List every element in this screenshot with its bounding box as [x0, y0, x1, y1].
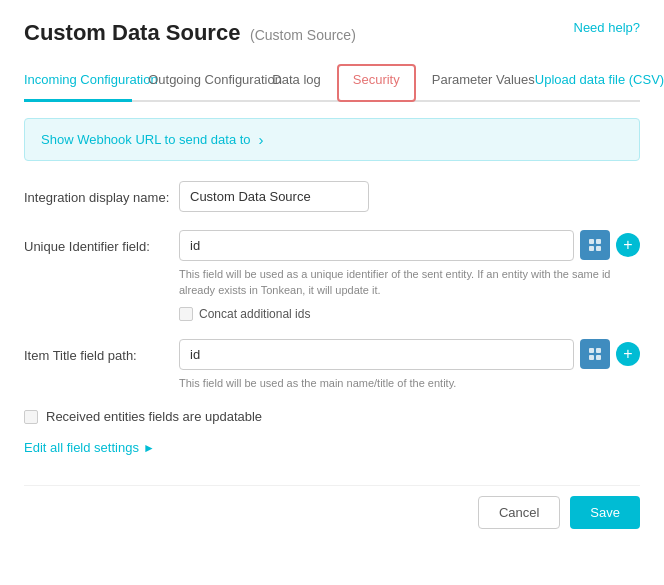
updatable-label: Received entities fields are updatable: [46, 409, 262, 424]
svg-rect-2: [589, 246, 594, 251]
edit-arrow-icon: ►: [143, 441, 155, 455]
tab-bar: Incoming Configuration Outgoing Configur…: [24, 64, 640, 102]
add-icon: +: [623, 236, 632, 254]
unique-identifier-wrap: + This field will be used as a unique id…: [179, 230, 640, 321]
integration-name-input[interactable]: [179, 181, 369, 212]
add-icon-2: +: [623, 345, 632, 363]
page-header: Custom Data Source (Custom Source) Need …: [24, 20, 640, 46]
unique-identifier-row: Unique Identifier field: +: [24, 230, 640, 321]
svg-rect-0: [589, 239, 594, 244]
edit-all-settings-link[interactable]: Edit all field settings ►: [24, 440, 640, 455]
webhook-bar[interactable]: Show Webhook URL to send data to ›: [24, 118, 640, 161]
page-subtitle: (Custom Source): [250, 27, 356, 43]
updatable-row: Received entities fields are updatable: [24, 409, 640, 424]
item-title-add-button[interactable]: +: [616, 342, 640, 366]
integration-name-row: Integration display name:: [24, 181, 640, 212]
edit-all-settings-label: Edit all field settings: [24, 440, 139, 455]
item-title-field-icon[interactable]: [580, 339, 610, 369]
item-title-row: Item Title field path: +: [24, 339, 640, 392]
item-title-hint: This field will be used as the main name…: [179, 375, 640, 392]
integration-name-input-wrap: [179, 181, 640, 212]
save-button[interactable]: Save: [570, 496, 640, 529]
svg-rect-4: [589, 348, 594, 353]
form-section: Integration display name: Unique Identif…: [24, 181, 640, 392]
svg-rect-3: [596, 246, 601, 251]
item-title-label: Item Title field path:: [24, 339, 179, 365]
tab-upload[interactable]: Upload data file (CSV): [519, 64, 640, 102]
item-title-input[interactable]: [179, 339, 574, 370]
unique-identifier-input[interactable]: [179, 230, 574, 261]
page-title: Custom Data Source: [24, 20, 240, 45]
svg-rect-1: [596, 239, 601, 244]
unique-identifier-label: Unique Identifier field:: [24, 230, 179, 256]
concat-checkbox[interactable]: [179, 307, 193, 321]
tab-outgoing[interactable]: Outgoing Configuration: [132, 64, 256, 102]
tab-datalog[interactable]: Data log: [256, 64, 336, 102]
footer-actions: Cancel Save: [24, 485, 640, 529]
concat-label: Concat additional ids: [199, 307, 310, 321]
svg-rect-6: [589, 355, 594, 360]
unique-identifier-field-icon[interactable]: [580, 230, 610, 260]
cancel-button[interactable]: Cancel: [478, 496, 560, 529]
unique-identifier-hint: This field will be used as a unique iden…: [179, 266, 640, 299]
need-help-link[interactable]: Need help?: [574, 20, 641, 35]
item-title-wrap: + This field will be used as the main na…: [179, 339, 640, 392]
svg-rect-5: [596, 348, 601, 353]
tab-parameter[interactable]: Parameter Values: [416, 64, 519, 102]
unique-identifier-add-button[interactable]: +: [616, 233, 640, 257]
webhook-label: Show Webhook URL to send data to: [41, 132, 251, 147]
tab-incoming[interactable]: Incoming Configuration: [24, 64, 132, 102]
updatable-checkbox[interactable]: [24, 410, 38, 424]
integration-name-label: Integration display name:: [24, 181, 179, 207]
svg-rect-7: [596, 355, 601, 360]
concat-row: Concat additional ids: [179, 307, 640, 321]
webhook-arrow-icon: ›: [259, 131, 264, 148]
tab-security[interactable]: Security: [337, 64, 416, 102]
